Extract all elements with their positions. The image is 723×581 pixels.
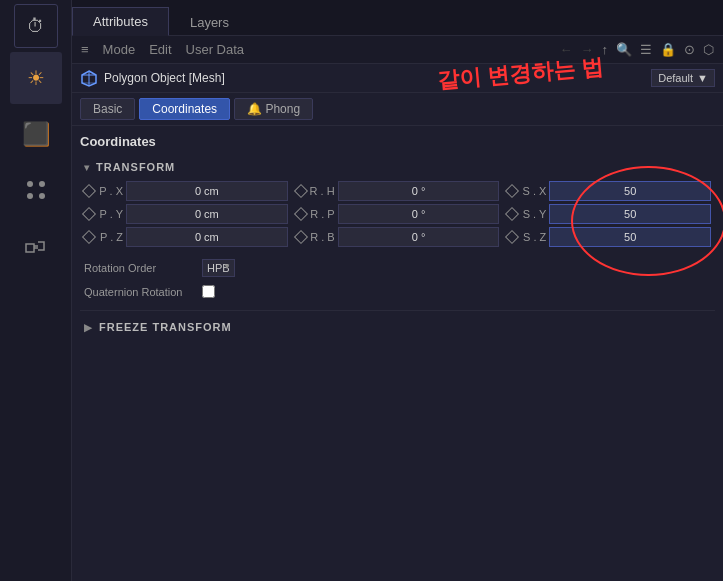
content-area: Coordinates ▾ TRANSFORM P . X bbox=[72, 126, 723, 581]
preset-label: Default bbox=[658, 72, 693, 84]
sidebar-icon-timer[interactable]: ⏱ bbox=[14, 4, 58, 48]
rp-diamond-icon[interactable] bbox=[294, 207, 308, 221]
left-sidebar: ⏱ ☀ ⬛ bbox=[0, 0, 72, 581]
nav-filter-button[interactable]: ☰ bbox=[637, 41, 655, 58]
rb-input[interactable] bbox=[338, 227, 500, 247]
nav-lock-button[interactable]: 🔒 bbox=[657, 41, 679, 58]
sz-row: S . Z bbox=[507, 227, 711, 247]
rh-label: R . H bbox=[309, 185, 335, 197]
rb-diamond-icon[interactable] bbox=[294, 230, 308, 244]
sx-row: S . X bbox=[507, 181, 711, 201]
mode-button[interactable]: Mode bbox=[100, 41, 139, 58]
nav-arrows: ← → ↑ 🔍 ☰ 🔒 ⊙ ⬡ bbox=[557, 41, 718, 58]
quaternion-row: Quaternion Rotation bbox=[80, 281, 715, 302]
pz-input[interactable] bbox=[126, 227, 288, 247]
rh-input[interactable] bbox=[338, 181, 500, 201]
coordinates-title: Coordinates bbox=[80, 134, 715, 149]
transform-icon bbox=[24, 234, 48, 258]
sz-label: S . Z bbox=[520, 231, 546, 243]
transform-label: TRANSFORM bbox=[96, 161, 175, 173]
object-header: Polygon Object [Mesh] 같이 변경하는 법 Default … bbox=[72, 64, 723, 93]
nav-search-button[interactable]: 🔍 bbox=[613, 41, 635, 58]
freeze-label: FREEZE TRANSFORM bbox=[99, 321, 232, 333]
toolbar: ≡ Mode Edit User Data ← → ↑ 🔍 ☰ 🔒 ⊙ ⬡ bbox=[72, 36, 723, 64]
freeze-header[interactable]: ▶ FREEZE TRANSFORM bbox=[80, 317, 715, 337]
freeze-arrow-icon: ▶ bbox=[84, 322, 93, 333]
edit-button[interactable]: Edit bbox=[146, 41, 174, 58]
subtab-basic[interactable]: Basic bbox=[80, 98, 135, 120]
nav-circle-button[interactable]: ⊙ bbox=[681, 41, 698, 58]
py-diamond-icon[interactable] bbox=[82, 207, 96, 221]
rb-label: R . B bbox=[309, 231, 335, 243]
sz-input[interactable] bbox=[549, 227, 711, 247]
app-container: ⏱ ☀ ⬛ Attributes La bbox=[0, 0, 723, 581]
sy-label: S . Y bbox=[520, 208, 546, 220]
subtab-coordinates[interactable]: Coordinates bbox=[139, 98, 230, 120]
rp-label: R . P bbox=[309, 208, 335, 220]
object-type-icon bbox=[80, 69, 98, 87]
transform-section: ▾ TRANSFORM P . X R . H bbox=[80, 157, 715, 302]
sub-tabs: Basic Coordinates 🔔 Phong bbox=[72, 93, 723, 126]
object-name: Polygon Object [Mesh] bbox=[104, 71, 645, 85]
rotation-order-select[interactable]: HPB XYZ YZX ZXY bbox=[202, 259, 235, 277]
bell-icon: 🔔 bbox=[247, 102, 262, 116]
px-row: P . X bbox=[84, 181, 288, 201]
preset-dropdown[interactable]: Default ▼ bbox=[651, 69, 715, 87]
nav-up-button[interactable]: ↑ bbox=[599, 41, 612, 58]
rb-row: R . B bbox=[296, 227, 500, 247]
subtab-phong[interactable]: 🔔 Phong bbox=[234, 98, 313, 120]
rotation-order-label: Rotation Order bbox=[84, 262, 194, 274]
transform-header[interactable]: ▾ TRANSFORM bbox=[80, 157, 715, 179]
collapse-arrow-icon: ▾ bbox=[84, 162, 90, 173]
pz-diamond-icon[interactable] bbox=[82, 230, 96, 244]
rh-row: R . H bbox=[296, 181, 500, 201]
userdata-button[interactable]: User Data bbox=[183, 41, 248, 58]
nav-expand-button[interactable]: ⬡ bbox=[700, 41, 717, 58]
sy-row: S . Y bbox=[507, 204, 711, 224]
nav-forward-button[interactable]: → bbox=[578, 41, 597, 58]
rotation-order-row: Rotation Order HPB XYZ YZX ZXY bbox=[80, 255, 715, 281]
effects-icon bbox=[24, 178, 48, 202]
rh-diamond-icon[interactable] bbox=[294, 184, 308, 198]
svg-point-0 bbox=[27, 181, 33, 187]
quaternion-checkbox[interactable] bbox=[202, 285, 215, 298]
svg-rect-4 bbox=[26, 244, 34, 252]
tab-attributes[interactable]: Attributes bbox=[72, 7, 169, 36]
px-diamond-icon[interactable] bbox=[82, 184, 96, 198]
freeze-section: ▶ FREEZE TRANSFORM bbox=[80, 310, 715, 337]
pz-row: P . Z bbox=[84, 227, 288, 247]
sun-icon: ☀ bbox=[27, 66, 45, 90]
rp-row: R . P bbox=[296, 204, 500, 224]
tab-layers[interactable]: Layers bbox=[169, 8, 250, 36]
sy-diamond-icon[interactable] bbox=[505, 207, 519, 221]
menu-icon[interactable]: ≡ bbox=[78, 41, 92, 58]
px-label: P . X bbox=[97, 185, 123, 197]
sx-label: S . X bbox=[520, 185, 546, 197]
nav-back-button[interactable]: ← bbox=[557, 41, 576, 58]
sy-input[interactable] bbox=[549, 204, 711, 224]
px-input[interactable] bbox=[126, 181, 288, 201]
rp-input[interactable] bbox=[338, 204, 500, 224]
cube-icon: ⬛ bbox=[22, 121, 49, 147]
svg-point-1 bbox=[39, 181, 45, 187]
sidebar-icon-effects[interactable] bbox=[10, 164, 62, 216]
sx-input[interactable] bbox=[549, 181, 711, 201]
sidebar-icon-sun[interactable]: ☀ bbox=[10, 52, 62, 104]
transform-grid: P . X R . H S . X bbox=[80, 179, 715, 255]
main-panel: Attributes Layers ≡ Mode Edit User Data … bbox=[72, 0, 723, 581]
sx-diamond-icon[interactable] bbox=[505, 184, 519, 198]
py-input[interactable] bbox=[126, 204, 288, 224]
svg-point-3 bbox=[39, 193, 45, 199]
rotation-order-wrapper: HPB XYZ YZX ZXY bbox=[202, 259, 235, 277]
sidebar-icon-cube[interactable]: ⬛ bbox=[10, 108, 62, 160]
sz-diamond-icon[interactable] bbox=[505, 230, 519, 244]
pz-label: P . Z bbox=[97, 231, 123, 243]
quaternion-label: Quaternion Rotation bbox=[84, 286, 194, 298]
tab-bar: Attributes Layers bbox=[72, 0, 723, 36]
svg-point-2 bbox=[27, 193, 33, 199]
dropdown-arrow-icon: ▼ bbox=[697, 72, 708, 84]
sidebar-icon-transform[interactable] bbox=[10, 220, 62, 272]
py-row: P . Y bbox=[84, 204, 288, 224]
py-label: P . Y bbox=[97, 208, 123, 220]
